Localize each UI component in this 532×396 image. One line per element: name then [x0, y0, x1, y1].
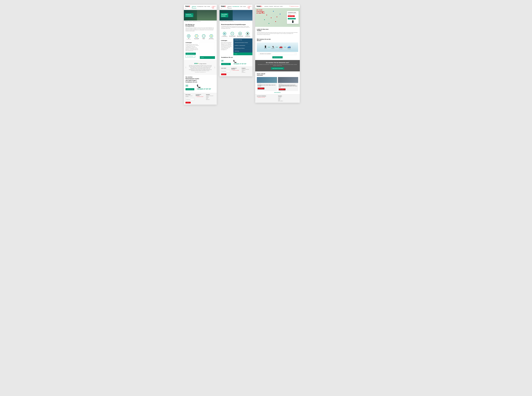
footer-nav-5[interactable]: Impressum 1 — [206, 99, 215, 100]
how-to-title: Wie komme ich an den Strom? — [257, 38, 298, 41]
menu2-installation[interactable]: Installation & Inbetriebnahme › — [233, 44, 252, 47]
footer-nav2-3[interactable]: TankE — [242, 71, 251, 72]
menu-item-abrechnung-1[interactable]: Abrechnung › — [200, 53, 215, 56]
phone-icon-2: 📞 — [233, 60, 246, 63]
email-btn-1[interactable]: Schreiben Sie uns hier — [185, 88, 194, 90]
icon-365-sublabel: Service — [202, 39, 205, 40]
charge-icon-3: 🚗 — [279, 45, 283, 48]
menu2-betrieb[interactable]: Betriebsführung & Wartung › — [233, 47, 252, 50]
menu-item-service-1[interactable]: Service › — [200, 56, 215, 59]
nav-kontakt-3[interactable]: Kontakt — [280, 6, 283, 7]
footer-nav-3[interactable]: Kontakt 2 — [206, 97, 215, 98]
nav-links-1: Stadtwerke & Kommunen Geschäftskunden Ta… — [192, 6, 210, 9]
nav-geschaeftskunden-1[interactable]: Geschäftskunden — [197, 6, 203, 9]
menu-item-installation-1[interactable]: Installation & Inbetriebnahme › — [200, 48, 215, 51]
charge-label-4: Zum Fahrer — [287, 49, 291, 49]
network-cta-btn[interactable]: TankE-Netzwerk-Partnerschaft — [271, 67, 284, 70]
footer-nav-1[interactable]: Stadtwerke & Kommunen — [206, 95, 215, 96]
menu2-hardware[interactable]: Ladeinfrastrukturhardware & Einkauf › — [233, 41, 252, 44]
breadcrumb-home-1[interactable]: Startseite — [185, 21, 188, 22]
menu-item-betrieb-1[interactable]: Betriebsführung & Wartung › — [200, 51, 215, 53]
menu2-beratung[interactable]: Beratung & Planung › — [233, 38, 252, 41]
footer-nav2-1[interactable]: Stadtwerke & Kommunen — [242, 69, 251, 70]
footer-emobil-link-2[interactable]: 📍 Ladestation innenstadt — [231, 70, 240, 70]
leistungen-menu-1: Beratung & Planung › Hardware & Software… — [200, 42, 215, 59]
learn-more-btn[interactable]: Ladernetzwerk suchen → — [272, 56, 283, 58]
nav-ladestation-3[interactable]: Ladestation — [264, 6, 268, 7]
find-station-btn2[interactable]: Ladernetzwerk suchen — [288, 18, 296, 19]
newsletter-form-2 — [221, 69, 230, 73]
footer-col2-title-3: Navigation — [278, 96, 298, 96]
newsletter-btn-1[interactable]: Abonnieren — [185, 102, 191, 103]
breadcrumb-1: Startseite > Startseite > Stadtwerke & K… — [184, 21, 217, 22]
footer-nav3-1[interactable]: Ladestation — [278, 97, 298, 98]
email-btn-2[interactable]: Schreiben Sie uns hier → — [221, 63, 231, 65]
map-dot-5 — [264, 19, 265, 20]
chevron-icon-2: › — [213, 46, 214, 47]
icon-item-365: 🕐 365/24/7 Service — [202, 34, 205, 40]
chevron2-1: › — [251, 39, 251, 40]
nav-netzwerke-3[interactable]: Netzwerke — [269, 6, 273, 7]
footer-nav2-2[interactable]: Tankstellen 1 — [242, 70, 251, 71]
contact-title-1: Sie möchten Netzwerkpartner werden oder … — [185, 76, 215, 83]
chevron-icon-4: › — [213, 51, 214, 52]
leistungen-text-2: Mit ihrer 360-Grad-Leistungspaket bieten… — [221, 42, 232, 50]
footer-emobil-link-1[interactable]: 📍 Ladestation innenstadt — [196, 96, 205, 97]
intro-text-2: Als Mobilitätsdienstleister haben Firmen… — [221, 26, 251, 29]
footer-col-news-1: Immer aktuell Abonnieren Sie unseren New… — [185, 94, 195, 103]
leistungen-left-2: Leistungen Mit ihrer 360-Grad-Leistungsp… — [219, 38, 233, 55]
footer-nav3-5[interactable]: Elektromobilität 1 — [278, 101, 298, 101]
nav-journal-3[interactable]: TankE-Journal — [274, 6, 279, 7]
nav-location-3[interactable]: Stadtwerke & Kommunen — [289, 6, 299, 7]
nav-links-3: Ladestation Netzwerke TankE-Journal Kont… — [264, 6, 283, 7]
how-to-dropdown[interactable]: Wie aktiviere ich die Ladestation? › — [259, 52, 296, 55]
nav-location-1[interactable]: Ladestation in Ihrer Nähe finden — [211, 6, 216, 9]
next-arrow[interactable]: › — [214, 66, 215, 69]
menu-item-hardware-1[interactable]: Hardware & Software › — [200, 45, 215, 48]
footer-nav2-4[interactable]: Impressum 1 — [242, 72, 251, 73]
nav-stadtwerke[interactable]: Stadtwerke & Kommunen — [192, 6, 196, 9]
footer-nav3-3[interactable]: Händler — [278, 99, 298, 99]
newsletter-email-2[interactable] — [222, 71, 230, 72]
nav-kontakt-2[interactable]: Kontakt — [243, 6, 246, 9]
breadcrumb-home-2[interactable]: Startseite — [221, 21, 224, 22]
footer-col1-3: Zur Seite für E-Mobilisten 📍 Stadtwerke … — [257, 96, 277, 102]
footer-newsletter-1[interactable]: Abonnieren Sie unseren Newsletter — [185, 95, 195, 97]
icon-100-sublabel: Elektromobilität — [194, 39, 199, 40]
nav-tanke-1[interactable]: TankE — [204, 6, 206, 9]
nav-geschaeftskunden-2[interactable]: Geschäftskunden — [232, 6, 239, 9]
newsletter-btn-2[interactable]: Abonnieren — [221, 74, 226, 75]
contact-methods-1: ✉ Schreiben Sie uns hier 📞 +49 (0)221 47… — [185, 84, 215, 90]
nav-stadtwerke-2[interactable]: Stadtwerke & Kommunen — [228, 6, 232, 9]
menu-item-beratung-1[interactable]: Beratung & Planung › — [200, 42, 215, 45]
footer-nav-2[interactable]: Kontakt 1 — [206, 96, 215, 97]
leistungen-menu-2: Beratung & Planung › Ladeinfrastrukturha… — [233, 38, 252, 55]
find-station-title: Ladestationen finden — [288, 12, 298, 13]
testimonial-content: ene● energie dreieich "Wir haben uns für… — [186, 62, 214, 73]
hero-title-2b: kunden — [221, 15, 228, 17]
footer-emobil-link-3[interactable]: 📍 Stadtwerke & Kommunen — [257, 97, 277, 98]
news-btn-2[interactable]: mehr erfahren → — [279, 88, 285, 90]
news-btn-1[interactable]: mehr erfahren → — [258, 87, 264, 89]
menu2-abrechnung[interactable]: Abrechnung › — [233, 50, 252, 52]
svc-sublabel-2: Best Practice Lösungen — [229, 36, 236, 37]
nav-kontakt-1[interactable]: Kontakt — [207, 6, 210, 9]
news-more-btn[interactable]: weitere Neuigkeiten ↓ — [257, 92, 298, 93]
charge-icon-4: 🚙 — [287, 45, 291, 48]
cta-btn-2[interactable]: Unser TankE-Portal → — [185, 55, 195, 58]
footer-nav3-4[interactable]: TankE — [278, 100, 298, 100]
nav-links-2: Stadtwerke & Kommunen Geschäftskunden Ta… — [228, 6, 246, 9]
nav-location-2[interactable]: Ladestation in Ihrer Nähe finden — [247, 6, 252, 9]
footer-nav-4[interactable]: TankE — [206, 98, 215, 99]
chevron-icon-5: › — [213, 54, 214, 55]
footer-nav3-2[interactable]: Kontakt — [278, 98, 298, 99]
icon-item-best: 🔋 Best Practice Mehr Lehr-Lösungen — [209, 34, 214, 40]
nav-tanke-2[interactable]: TankE — [240, 6, 242, 9]
footer-col1-title-1: Immer aktuell — [185, 94, 195, 95]
chevron2-4: › — [251, 48, 251, 49]
menu2-service[interactable]: Service › — [233, 52, 252, 55]
cta-btn-1[interactable]: Erfahre mehr über uns → — [185, 53, 196, 55]
find-station-btn1[interactable]: Weiter zu TankE → — [288, 16, 295, 17]
newsletter-email-1[interactable] — [186, 99, 194, 100]
footer-col1-title-3: Zur Seite für E-Mobilisten — [257, 96, 277, 96]
